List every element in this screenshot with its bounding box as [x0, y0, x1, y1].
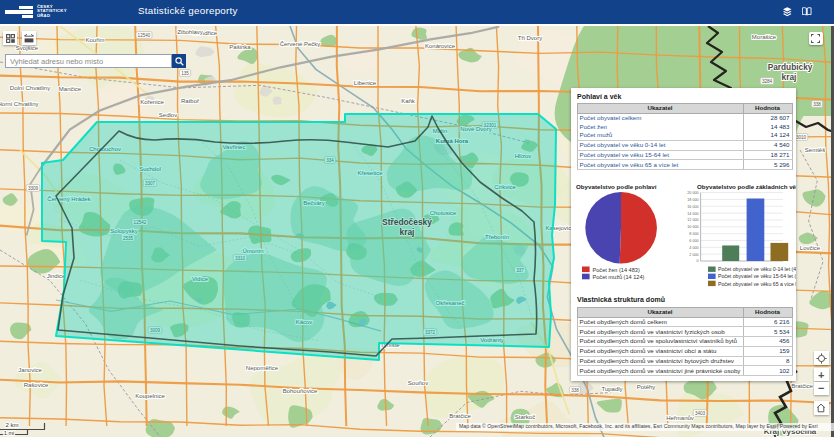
svg-text:Souňov: Souňov	[408, 380, 428, 386]
svg-text:Libenice: Libenice	[354, 80, 377, 86]
svg-text:Rašovice: Rašovice	[24, 382, 49, 388]
svg-text:Kouřim: Kouřim	[85, 37, 104, 43]
svg-text:338: 338	[571, 388, 579, 393]
svg-text:Počet obyvatel ve věku 15-64 l: Počet obyvatel ve věku 15-64 let (18 271…	[718, 273, 796, 279]
svg-text:Počet obyvatel ve věku 0-14 le: Počet obyvatel ve věku 0-14 let (4 540)	[718, 266, 796, 272]
svg-text:Kořenice: Kořenice	[140, 99, 164, 105]
svg-text:3403: 3403	[695, 411, 706, 416]
svg-text:Nepoměřice: Nepoměřice	[246, 365, 279, 371]
svg-text:Zibohlavy: Zibohlavy	[177, 29, 203, 35]
svg-text:Janovice: Janovice	[18, 367, 42, 373]
svg-text:20 000: 20 000	[687, 191, 698, 195]
svg-text:Tupadly: Tupadly	[601, 386, 622, 392]
svg-text:12540: 12540	[138, 33, 151, 38]
svg-text:Heřmanův: Heřmanův	[666, 415, 694, 421]
svg-text:Obyvatelstvo podle pohlaví: Obyvatelstvo podle pohlaví	[576, 183, 657, 190]
svg-text:Počet mužů (14 124): Počet mužů (14 124)	[593, 274, 645, 280]
svg-text:3284: 3284	[762, 79, 773, 84]
svg-text:Bratčice: Bratčice	[449, 413, 471, 419]
svg-text:18 000: 18 000	[687, 198, 698, 202]
svg-text:Lovčice: Lovčice	[800, 245, 821, 251]
svg-text:4 000: 4 000	[689, 246, 698, 250]
svg-text:135: 135	[181, 71, 189, 76]
svg-text:Semtěš: Semtěš	[805, 147, 825, 153]
svg-text:Pašinka: Pašinka	[229, 44, 251, 50]
svg-text:14 000: 14 000	[687, 212, 698, 216]
svg-text:338: 338	[813, 102, 821, 107]
svg-text:Počet žen (14 483): Počet žen (14 483)	[593, 267, 640, 273]
svg-text:Mančice: Mančice	[59, 86, 82, 92]
svg-text:Kaňk: Kaňk	[401, 98, 416, 104]
svg-text:2 000: 2 000	[689, 253, 698, 257]
svg-text:Tři Dvory: Tři Dvory	[518, 35, 542, 41]
svg-text:kraj: kraj	[782, 72, 797, 82]
svg-text:Počet obyvatel ve věku 65 a ví: Počet obyvatel ve věku 65 a více let (5 …	[718, 281, 796, 287]
svg-text:8 000: 8 000	[689, 232, 698, 236]
svg-text:Morašice: Morašice	[752, 34, 777, 40]
svg-text:16 000: 16 000	[687, 205, 698, 209]
svg-text:Obyvatelstvo podle základních: Obyvatelstvo podle základních věkových s…	[697, 183, 796, 190]
svg-text:Horní Chvatliny: Horní Chvatliny	[0, 101, 39, 107]
svg-text:Červené Pečky: Červené Pečky	[280, 41, 321, 47]
svg-text:0: 0	[697, 259, 699, 263]
svg-text:Sedlov: Sedlov	[159, 112, 177, 118]
svg-text:Středočeský: Středočeský	[382, 217, 432, 227]
svg-text:Bratčice: Bratčice	[791, 383, 813, 389]
svg-text:Starkoč: Starkoč	[515, 414, 535, 420]
svg-text:3010: 3010	[796, 135, 807, 140]
svg-text:1 mi: 1 mi	[4, 430, 14, 436]
svg-text:Dolní Chvatliny: Dolní Chvatliny	[10, 85, 50, 91]
svg-text:6 000: 6 000	[689, 239, 698, 243]
svg-text:Pardubický: Pardubický	[768, 62, 813, 72]
svg-text:Bohouňovice: Bohouňovice	[283, 388, 318, 394]
svg-text:10 000: 10 000	[687, 225, 698, 229]
svg-text:2 km: 2 km	[5, 422, 18, 428]
svg-text:12 000: 12 000	[687, 218, 698, 222]
svg-text:kraj: kraj	[400, 227, 415, 237]
svg-text:3309: 3309	[28, 186, 39, 191]
svg-text:Svojšice: Svojšice	[16, 45, 39, 51]
svg-text:Koupelnice: Koupelnice	[135, 393, 165, 399]
svg-text:Jindice: Jindice	[47, 273, 66, 279]
svg-text:Potěhy: Potěhy	[637, 384, 656, 390]
svg-text:Ratboř: Ratboř	[181, 98, 200, 104]
svg-text:Konárovice: Konárovice	[425, 43, 456, 49]
